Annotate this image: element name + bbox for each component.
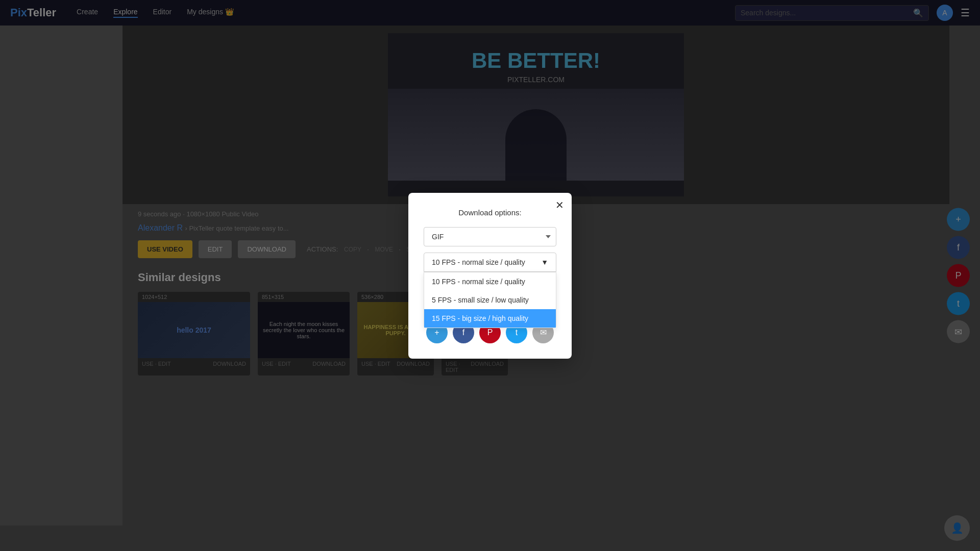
format-select[interactable]: GIF [424,227,556,246]
fps-dropdown-arrow: ▼ [541,258,548,266]
fps-select-display[interactable]: 10 FPS - normal size / quality ▼ [424,253,556,272]
page-background: PixTeller Create Explore Editor My desig… [0,0,980,551]
fps-select-wrapper: 10 FPS - normal size / quality ▼ 10 FPS … [424,253,556,272]
fps-selected-label: 10 FPS - normal size / quality [432,258,525,266]
fps-option-10[interactable]: 10 FPS - normal size / quality [424,272,556,291]
modal-title: Download options: [424,208,556,217]
modal-close-button[interactable]: ✕ [555,199,564,211]
fps-option-15[interactable]: 15 FPS - big size / high quality [424,309,556,328]
fps-dropdown: 10 FPS - normal size / quality 5 FPS - s… [424,272,556,328]
download-modal: ✕ Download options: GIF 10 FPS - normal … [408,193,572,359]
modal-overlay: ✕ Download options: GIF 10 FPS - normal … [0,0,980,551]
fps-option-5[interactable]: 5 FPS - small size / low quality [424,291,556,309]
